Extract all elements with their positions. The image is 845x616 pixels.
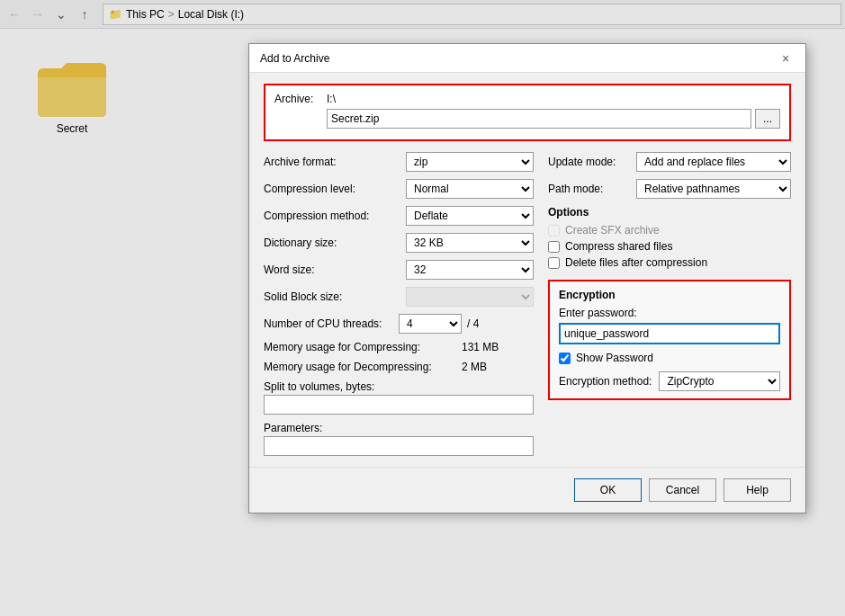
split-volumes-input[interactable] [264,395,534,415]
show-password-row: Show Password [559,352,780,364]
archive-path-text: I:\ [327,93,780,105]
cpu-threads-row: Number of CPU threads: 4 1 2 / 4 [264,314,534,334]
encryption-method-select[interactable]: ZipCrypto AES-128 AES-256 [659,371,780,391]
right-column: Update mode: Add and replace files Updat… [548,152,791,456]
compress-shared-checkbox[interactable] [548,241,560,253]
delete-files-label: Delete files after compression [565,256,707,269]
path-mode-row: Path mode: Relative pathnames Full pathn… [548,179,791,199]
options-group: Options Create SFX archive Compress shar… [548,206,791,269]
two-column-layout: Archive format: zip 7z tar Compression l… [264,152,791,456]
help-button[interactable]: Help [724,478,791,502]
archive-input-row: ... [327,109,780,129]
cpu-threads-max: / 4 [467,317,479,330]
cpu-threads-label: Number of CPU threads: [264,317,399,330]
dialog-title-bar: Add to Archive × [249,44,805,73]
compression-level-row: Compression level: Normal Store Maximum [264,179,534,199]
compression-level-label: Compression level: [264,183,399,195]
show-password-label: Show Password [576,352,653,364]
word-size-label: Word size: [264,263,399,276]
ok-button[interactable]: OK [574,478,642,502]
memory-compress-label: Memory usage for Compressing: [264,341,462,353]
dialog-body: Archive: I:\ ... Archive format: zip [249,73,805,467]
split-volumes-label: Split to volumes, bytes: [264,380,534,393]
compression-method-label: Compression method: [264,210,399,222]
browse-button[interactable]: ... [755,109,780,129]
dictionary-size-row: Dictionary size: 32 KB 16 KB 64 KB [264,233,534,253]
archive-name-input[interactable] [327,109,751,129]
update-mode-select[interactable]: Add and replace files Update and add fil… [636,152,791,172]
show-password-checkbox[interactable] [559,353,571,364]
memory-compress-row: Memory usage for Compressing: 131 MB [264,341,534,353]
parameters-label: Parameters: [264,422,534,434]
path-mode-label: Path mode: [548,183,629,195]
update-mode-label: Update mode: [548,156,629,168]
add-to-archive-dialog: Add to Archive × Archive: I:\ ... [248,43,806,513]
archive-label: Archive: [274,93,319,105]
solid-block-select [406,287,534,307]
dialog-title: Add to Archive [260,52,329,65]
compression-method-row: Compression method: Deflate Deflate64 BZ… [264,206,534,226]
word-size-row: Word size: 32 16 64 [264,260,534,280]
encryption-section: Encryption Enter password: Show Password… [548,280,791,400]
left-column: Archive format: zip 7z tar Compression l… [264,152,534,456]
compress-shared-label: Compress shared files [565,240,672,253]
compression-level-select[interactable]: Normal Store Maximum [406,179,534,199]
solid-block-label: Solid Block size: [264,290,399,303]
memory-decompress-label: Memory usage for Decompressing: [264,361,462,373]
archive-format-select[interactable]: zip 7z tar [406,152,534,172]
archive-format-row: Archive format: zip 7z tar [264,152,534,172]
memory-decompress-row: Memory usage for Decompressing: 2 MB [264,361,534,373]
sfx-checkbox[interactable] [548,225,560,237]
parameters-input[interactable] [264,436,534,456]
memory-compress-value: 131 MB [462,341,499,353]
word-size-select[interactable]: 32 16 64 [406,260,534,280]
sfx-checkbox-row: Create SFX archive [548,224,791,237]
password-input[interactable] [559,323,780,344]
cancel-button[interactable]: Cancel [649,478,716,502]
archive-format-label: Archive format: [264,156,399,168]
path-mode-select[interactable]: Relative pathnames Full pathnames No pat… [636,179,791,199]
sfx-label: Create SFX archive [565,224,660,237]
compression-method-select[interactable]: Deflate Deflate64 BZip2 [406,206,534,226]
dialog-close-button[interactable]: × [777,49,795,67]
archive-section: Archive: I:\ ... [264,84,791,141]
memory-decompress-value: 2 MB [462,361,487,373]
enter-password-label: Enter password: [559,307,780,319]
encryption-method-row: Encryption method: ZipCrypto AES-128 AES… [559,371,780,391]
parameters-section: Parameters: [264,422,534,456]
compress-shared-row: Compress shared files [548,240,791,253]
encryption-method-label: Encryption method: [559,375,652,388]
archive-top-row: Archive: I:\ ... [274,93,780,129]
dictionary-size-select[interactable]: 32 KB 16 KB 64 KB [406,233,534,253]
dialog-footer: OK Cancel Help [249,467,805,513]
options-title: Options [548,206,791,219]
delete-files-row: Delete files after compression [548,256,791,269]
encryption-title: Encryption [559,289,780,301]
dictionary-size-label: Dictionary size: [264,237,399,249]
update-mode-row: Update mode: Add and replace files Updat… [548,152,791,172]
delete-files-checkbox[interactable] [548,257,560,269]
solid-block-row: Solid Block size: [264,287,534,307]
split-volumes-section: Split to volumes, bytes: [264,380,534,415]
cpu-threads-select[interactable]: 4 1 2 [399,314,462,334]
